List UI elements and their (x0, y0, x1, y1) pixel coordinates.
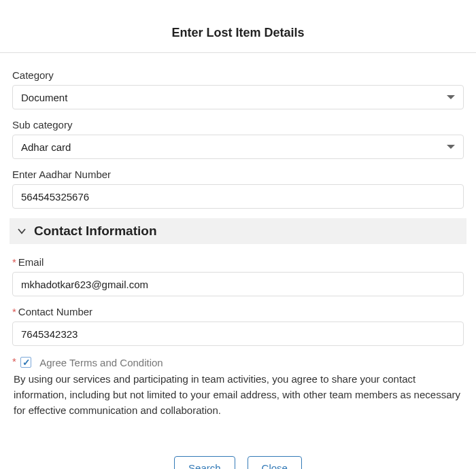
chevron-down-icon (447, 145, 455, 149)
page-title: Enter Lost Item Details (0, 0, 476, 52)
contact-label: Contact Number (12, 306, 464, 317)
email-input[interactable] (12, 272, 464, 296)
chevron-down-icon (447, 95, 455, 99)
form-body: Category Document Sub category Adhar car… (0, 53, 476, 426)
field-email: Email (12, 256, 464, 296)
subcategory-label: Sub category (12, 119, 464, 131)
field-category: Category Document (12, 69, 464, 109)
button-row: Search Close (0, 426, 476, 469)
contact-info-title: Contact Information (34, 224, 157, 239)
category-value: Document (21, 92, 447, 103)
terms-row: * ✓ Agree Terms and Condition By using o… (12, 355, 464, 421)
terms-checkbox[interactable]: ✓ (20, 357, 31, 368)
field-subcategory: Sub category Adhar card (12, 119, 464, 159)
terms-text: By using our services and participating … (12, 371, 464, 419)
field-contact: Contact Number (12, 306, 464, 346)
contact-input[interactable] (12, 322, 464, 346)
field-aadhar: Enter Aadhar Number (12, 169, 464, 209)
chevron-down-icon (16, 226, 27, 237)
email-label: Email (12, 256, 464, 268)
terms-label: Agree Terms and Condition (39, 357, 163, 368)
required-indicator: * (12, 355, 16, 367)
search-button[interactable]: Search (174, 456, 235, 469)
subcategory-value: Adhar card (21, 141, 447, 153)
subcategory-select[interactable]: Adhar card (12, 135, 464, 159)
contact-info-header[interactable]: Contact Information (10, 218, 466, 244)
close-button[interactable]: Close (248, 456, 302, 469)
aadhar-input[interactable] (12, 184, 464, 209)
check-icon: ✓ (22, 357, 31, 368)
aadhar-label: Enter Aadhar Number (12, 169, 464, 180)
category-select[interactable]: Document (12, 85, 464, 109)
category-label: Category (12, 69, 464, 81)
